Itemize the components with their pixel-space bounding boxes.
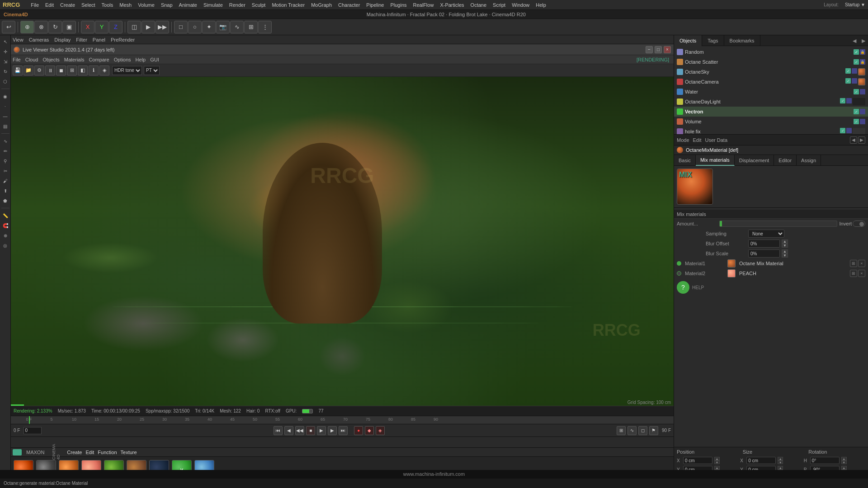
rwm-cloud[interactable]: Cloud <box>25 57 38 62</box>
panel-arrow-right[interactable]: ▶ <box>859 35 868 46</box>
menu-tools[interactable]: Tools <box>102 2 113 8</box>
obj-volume[interactable]: Volume ✓ <box>674 117 868 127</box>
obj-vis-check-vectron[interactable]: ✓ <box>854 109 859 114</box>
obj-vis-check-volume[interactable]: ✓ <box>854 119 859 124</box>
lt-poly[interactable]: ⬡ <box>1 77 10 86</box>
lt-polys[interactable]: ▤ <box>1 122 10 131</box>
lt-paint[interactable]: ✏ <box>1 146 10 155</box>
tl-record[interactable]: ● <box>354 426 363 435</box>
tab-tags[interactable]: Tags <box>702 35 724 46</box>
mat-tab-basic[interactable]: Basic <box>674 155 696 166</box>
mat-edit-btn[interactable]: Edit <box>85 450 94 455</box>
tb-mograph[interactable]: ⋮ <box>258 21 272 33</box>
blur-scale-up[interactable]: ▲ <box>782 249 788 253</box>
obj-vis-lock-daylight[interactable] <box>846 98 852 103</box>
tl-step-back[interactable]: ◀ <box>284 426 293 435</box>
obj-vis-check-water[interactable]: ✓ <box>854 89 859 94</box>
render-content[interactable]: RRCG RRCG Grid Spacing: 100 cm <box>11 77 674 406</box>
menu-motion-tracker[interactable]: Motion Tracker <box>272 2 305 8</box>
lt-spline-tool[interactable]: ∿ <box>1 136 10 145</box>
lt-rotate[interactable]: ↻ <box>1 67 10 76</box>
mat1-radio[interactable] <box>677 261 681 266</box>
lt-extrude[interactable]: ⬆ <box>1 186 10 195</box>
mat2-btn2[interactable]: × <box>858 270 865 277</box>
rw-maximize[interactable]: □ <box>655 46 662 53</box>
tb-light[interactable]: ✦ <box>202 21 216 33</box>
psr-h-rot-up[interactable]: ▲ <box>841 457 847 460</box>
menu-file[interactable]: File <box>31 2 39 8</box>
mat-tab-assign[interactable]: Assign <box>797 155 821 166</box>
tb-render-region[interactable]: ◫ <box>127 21 141 33</box>
lt-snap[interactable]: 🧲 <box>1 221 10 230</box>
tl-keyframe2[interactable]: ◈ <box>376 426 385 435</box>
lt-model[interactable]: ◉ <box>1 92 10 101</box>
lt-soft[interactable]: ◎ <box>1 241 10 250</box>
mat2-btn1[interactable]: ⊞ <box>850 270 857 277</box>
obj-vectron[interactable]: Vectron ✓ <box>674 107 868 117</box>
menu-snap[interactable]: Snap <box>161 2 173 8</box>
sm-panel[interactable]: Panel <box>93 37 105 42</box>
lt-ruler[interactable]: 📏 <box>1 211 10 220</box>
tb-nurbs[interactable]: ⊞ <box>244 21 258 33</box>
lt-select[interactable]: ↖ <box>1 37 10 46</box>
obj-vis-lock-water[interactable] <box>860 89 865 94</box>
menu-sculpt[interactable]: Sculpt <box>252 2 266 8</box>
obj-vis-check-daylight[interactable]: ✓ <box>840 98 845 103</box>
obj-octane-daylight[interactable]: OctaneDayLight ✓ <box>674 97 868 107</box>
lt-coord[interactable]: ⊕ <box>1 231 10 240</box>
obj-vis-lock-holefix[interactable] <box>846 128 852 133</box>
obj-vis-check-camera[interactable]: ✓ <box>845 78 851 84</box>
psr-y-pos-up[interactable]: ▲ <box>714 466 720 469</box>
blur-scale-down[interactable]: ▼ <box>782 253 788 258</box>
sm-prerender[interactable]: PreRender <box>111 37 135 42</box>
tb-undo[interactable]: ↩ <box>2 21 15 33</box>
mat2-radio[interactable] <box>677 271 681 276</box>
tb-select-all[interactable]: ▣ <box>62 21 76 33</box>
obj-vis-lock-vectron[interactable] <box>860 109 865 114</box>
rwm-materials[interactable]: Materials <box>64 57 85 62</box>
tl-play[interactable]: ▶ <box>317 426 326 435</box>
tl-goto-start[interactable]: ⏮ <box>274 426 283 435</box>
tb-y-axis[interactable]: Y <box>95 21 108 33</box>
header-back[interactable]: ◀ <box>850 136 857 144</box>
psr-x-pos-down[interactable]: ▼ <box>714 460 720 464</box>
mat-userdata-label[interactable]: User Data <box>705 137 728 143</box>
menu-render[interactable]: Render <box>229 2 245 8</box>
menu-plugins[interactable]: Plugins <box>390 2 406 8</box>
pt-select[interactable]: PT <box>144 66 160 75</box>
rwm-gui[interactable]: GUI <box>150 57 159 62</box>
menu-volume[interactable]: Volume <box>138 2 155 8</box>
rwtb-settings[interactable]: ⚙ <box>34 66 44 75</box>
tl-fcurve[interactable]: ∿ <box>627 426 637 435</box>
menu-octane[interactable]: Octane <box>471 2 486 8</box>
tl-motion[interactable]: ◻ <box>638 426 647 435</box>
obj-vis-lock-scatter[interactable]: 🔒 <box>860 59 865 65</box>
lt-magnet[interactable]: ⚲ <box>1 156 10 165</box>
rwtb-layers[interactable]: ⊞ <box>67 66 77 75</box>
rwtb-pause[interactable]: ⏸ <box>45 66 55 75</box>
tl-keys-view[interactable]: ⊞ <box>617 426 626 435</box>
psr-p-rot-up[interactable]: ▲ <box>841 466 847 469</box>
mat-texture-btn[interactable]: Texture <box>121 450 137 455</box>
menu-xparticles[interactable]: X-Particles <box>440 2 464 8</box>
lt-knife[interactable]: ✂ <box>1 166 10 175</box>
lt-points[interactable]: · <box>1 102 10 111</box>
lt-bevel[interactable]: ⬟ <box>1 196 10 205</box>
obj-hole-fix[interactable]: hole fix ✓ <box>674 127 868 134</box>
mat-edit-label[interactable]: Edit <box>693 137 702 143</box>
rwtb-stop[interactable]: ⏹ <box>56 66 66 75</box>
menu-character[interactable]: Character <box>338 2 360 8</box>
blur-offset-down[interactable]: ▼ <box>782 244 788 248</box>
lt-move[interactable]: ✛ <box>1 47 10 56</box>
layout-value[interactable]: Startup ▼ <box>845 2 865 7</box>
obj-vis-lock-sky[interactable] <box>852 68 857 74</box>
tl-step-fwd[interactable]: ▶ <box>328 426 337 435</box>
menu-select[interactable]: Select <box>81 2 95 8</box>
panel-arrow-left[interactable]: ◀ <box>850 35 859 46</box>
lt-edges[interactable]: — <box>1 112 10 121</box>
menu-script[interactable]: Script <box>493 2 505 8</box>
amount-bar[interactable] <box>719 221 837 227</box>
menu-help[interactable]: Help <box>536 2 546 8</box>
menu-create[interactable]: Create <box>60 2 75 8</box>
invert-switch[interactable] <box>853 221 865 227</box>
